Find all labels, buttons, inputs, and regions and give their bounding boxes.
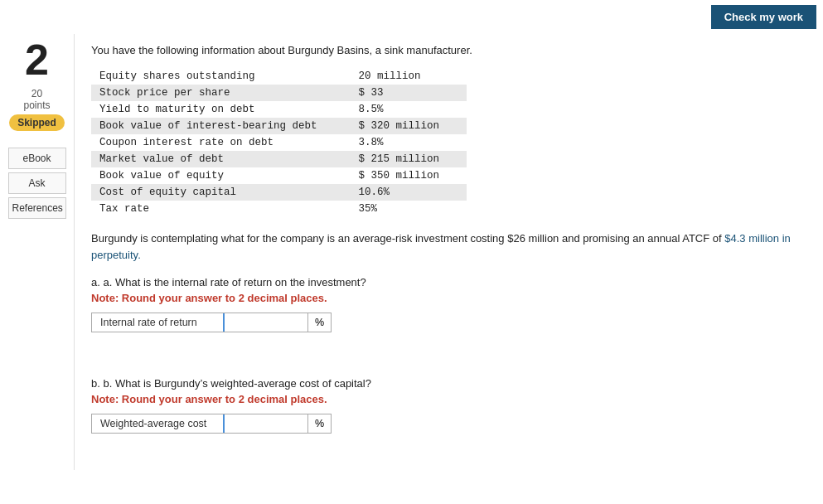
question-a-unit: % — [307, 313, 331, 332]
question-b-note: Note: Round your answer to 2 decimal pla… — [91, 393, 806, 405]
question-b-unit: % — [307, 414, 331, 433]
points-label: 20 points — [23, 88, 50, 111]
table-cell-value: $ 320 million — [351, 118, 467, 134]
intro-text: You have the following information about… — [91, 44, 806, 56]
table-cell-label: Yield to maturity on debt — [91, 101, 351, 118]
question-number: 2 — [25, 38, 49, 81]
references-button[interactable]: References — [8, 197, 66, 219]
question-a-input-wrapper: Internal rate of return % — [91, 313, 332, 332]
question-b-label: b. b. What is Burgundy’s weighted-averag… — [91, 377, 806, 390]
table-cell-label: Stock price per share — [91, 85, 351, 101]
question-b-section: b. b. What is Burgundy’s weighted-averag… — [91, 377, 806, 434]
spacer — [91, 352, 806, 377]
table-row: Book value of equity$ 350 million — [91, 167, 467, 184]
question-b-input-wrapper: Weighted-average cost % — [91, 414, 332, 434]
table-cell-label: Coupon interest rate on debt — [91, 134, 351, 151]
table-cell-label: Book value of equity — [91, 167, 351, 184]
left-sidebar: 2 20 points Skipped eBook Ask References — [0, 34, 75, 470]
table-cell-value: $ 350 million — [351, 167, 467, 184]
table-row: Equity shares outstanding20 million — [91, 68, 467, 85]
table-cell-value: 8.5% — [351, 101, 467, 118]
ebook-button[interactable]: eBook — [8, 148, 66, 169]
table-cell-value: 20 million — [351, 68, 467, 85]
table-cell-label: Cost of equity capital — [91, 184, 351, 201]
table-cell-label: Market value of debt — [91, 151, 351, 167]
table-row: Market value of debt$ 215 million — [91, 151, 467, 167]
table-row: Tax rate35% — [91, 201, 467, 217]
highlight-atcf: $4.3 million in perpetuity. — [91, 232, 791, 261]
body-text: Burgundy is contemplating what for the c… — [91, 230, 806, 263]
table-cell-value: 10.6% — [351, 184, 467, 201]
irr-input[interactable] — [225, 313, 307, 332]
table-cell-label: Tax rate — [91, 201, 351, 217]
table-row: Book value of interest-bearing debt$ 320… — [91, 118, 467, 134]
top-bar: Check my work — [0, 0, 823, 34]
check-my-work-button[interactable]: Check my work — [711, 5, 816, 29]
table-row: Coupon interest rate on debt3.8% — [91, 134, 467, 151]
question-a-input-label: Internal rate of return — [92, 313, 225, 332]
table-cell-value: 3.8% — [351, 134, 467, 151]
question-b-input-label: Weighted-average cost — [92, 414, 225, 433]
question-a-label: a. a. What is the internal rate of retur… — [91, 276, 806, 288]
table-cell-value: 35% — [351, 201, 467, 217]
question-a-section: a. a. What is the internal rate of retur… — [91, 276, 806, 332]
table-cell-value: $ 215 million — [351, 151, 467, 167]
ask-button[interactable]: Ask — [8, 172, 66, 194]
skipped-badge: Skipped — [9, 114, 65, 131]
question-a-note: Note: Round your answer to 2 decimal pla… — [91, 292, 806, 304]
wacc-input[interactable] — [225, 414, 307, 433]
main-layout: 2 20 points Skipped eBook Ask References… — [0, 34, 823, 470]
table-row: Yield to maturity on debt8.5% — [91, 101, 467, 118]
table-row: Cost of equity capital10.6% — [91, 184, 467, 201]
table-cell-value: $ 33 — [351, 85, 467, 101]
question-b-input-row: Weighted-average cost % — [91, 414, 806, 434]
table-cell-label: Equity shares outstanding — [91, 68, 351, 85]
question-a-input-row: Internal rate of return % — [91, 313, 806, 332]
data-table: Equity shares outstanding20 millionStock… — [91, 68, 467, 217]
table-row: Stock price per share$ 33 — [91, 85, 467, 101]
table-cell-label: Book value of interest-bearing debt — [91, 118, 351, 134]
content-area: You have the following information about… — [75, 34, 823, 470]
